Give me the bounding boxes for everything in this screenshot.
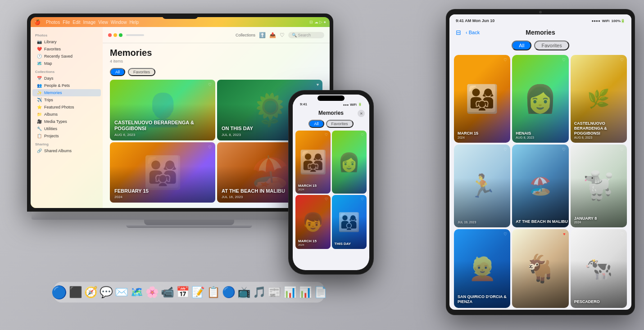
ipad-heart-5[interactable]: ♡ (562, 147, 566, 152)
sidebar-item-media-types[interactable]: 🎥 Media Types (32, 118, 101, 125)
ipad-filter-all[interactable]: All (512, 41, 531, 50)
dock-icon-reminders[interactable]: 📋 (207, 286, 220, 298)
memory-card-3[interactable]: 👨‍👩‍👧 ♡ February 15 2024 (110, 142, 215, 203)
dock-icon-news[interactable]: 📰 (268, 286, 281, 298)
toolbar-right: Collections ⬆️ 📤 ♡ 🔍 Search (236, 32, 324, 38)
heart-icon-1[interactable]: ♡ (208, 82, 212, 87)
ipad-heart-3[interactable]: ♡ (620, 58, 624, 62)
menu-view[interactable]: View (98, 20, 108, 25)
toolbar-icon-2[interactable]: 📤 (269, 32, 276, 38)
ipad-memory-8[interactable]: 🐐 ♥ (512, 229, 568, 308)
iphone-filter-all[interactable]: All (308, 120, 324, 128)
ipad-heart-1[interactable]: ♡ (503, 58, 507, 62)
sidebar-item-utilities[interactable]: 🔧 Utilities (32, 125, 101, 132)
ipad-memory-6[interactable]: 🐩 ♡ January 8 2024 (571, 145, 627, 228)
iphone-memory-1[interactable]: 👨‍👩‍👧 ♡ MARCH 15 2024 (295, 131, 331, 194)
sidebar-item-people-pets[interactable]: 👥 People & Pets (32, 82, 101, 89)
memory-card-1[interactable]: 👤 ♡ CASTELNUOVO BERARDENGA & POGGIBONSI … (110, 80, 215, 140)
dock-icon-stocks[interactable]: 📊 (283, 286, 297, 298)
ipad-filter-favorites[interactable]: Favorites (534, 41, 569, 50)
ipad-heart-9[interactable]: ♡ (620, 232, 624, 236)
dock-icon-finder2[interactable]: 🔵 (222, 286, 236, 298)
sidebar-item-favorites[interactable]: ❤️ Favorites (32, 45, 101, 53)
dock-icon-photos[interactable]: 🌸 (145, 286, 159, 298)
filter-favorites-button[interactable]: Favorites (128, 68, 155, 76)
memories-page-title: Memories (110, 48, 322, 58)
sidebar-item-shared-albums[interactable]: 🔗 Shared Albums (32, 147, 101, 154)
ipad-heart-4[interactable]: ♡ (503, 147, 507, 152)
heart-icon-3[interactable]: ♡ (208, 145, 212, 149)
sidebar-item-map[interactable]: 🗺️ Map (32, 60, 101, 67)
dock-icon-calendar[interactable]: 📅 (176, 286, 190, 298)
ipad-memory-4[interactable]: 🏃 ♡ JUL 19, 2023 (454, 145, 510, 228)
ipad-memory-2[interactable]: 👩 ♡ HENAIS AUG 8, 2023 (512, 55, 568, 143)
sidebar-item-trips[interactable]: ✈️ Trips (32, 96, 101, 104)
iphone-label-3: MARCH 15 2024 (298, 239, 317, 246)
ipad-label-3: CASTELNUOVO BERARDENGA & POGGIBONSI AUG … (574, 121, 627, 139)
toolbar-icon-1[interactable]: ⬆️ (259, 32, 266, 38)
dock-icon-tv[interactable]: 📺 (237, 286, 251, 298)
menu-image[interactable]: Image (83, 20, 96, 25)
ipad-label-5: At the Beach in Malibu (516, 219, 567, 224)
mac-toolbar: Collections ⬆️ 📤 ♡ 🔍 Search (103, 27, 330, 43)
menu-edit[interactable]: Edit (73, 20, 80, 25)
dock-icon-messages[interactable]: 💬 (100, 286, 113, 298)
filter-all-button[interactable]: All (110, 68, 125, 76)
projects-icon: 📋 (37, 134, 42, 138)
minimize-dot[interactable] (113, 33, 117, 37)
collections-label: Collections (236, 33, 255, 37)
iphone-status-right: ●●● WiFi 🔋 (343, 103, 362, 106)
dock-icon-mail[interactable]: ✉️ (115, 286, 128, 298)
dock-icon-music[interactable]: 🎵 (253, 286, 266, 298)
iphone-close-button[interactable]: ✕ (358, 110, 365, 117)
ipad-heart-2[interactable]: ♡ (562, 58, 566, 62)
dock-icon-maps[interactable]: 🗺️ (130, 286, 144, 298)
iphone-memory-3[interactable]: 👦 ♡ MARCH 15 2024 (295, 195, 331, 249)
ipad-memory-9[interactable]: 🐄 ♡ PESCADERO (571, 229, 627, 308)
dock-icon-pages[interactable]: 📄 (314, 286, 327, 298)
ipad-time: 9:41 AM Mon Jun 10 (456, 18, 494, 23)
iphone-heart-2[interactable]: ♡ (361, 133, 364, 137)
toolbar-heart-icon[interactable]: ♡ (280, 32, 285, 38)
dock-icon-finder[interactable]: 🔵 (51, 285, 67, 300)
iphone-heart-4[interactable]: ♡ (361, 197, 364, 201)
heart-icon-2[interactable]: ♥ (317, 82, 319, 87)
ipad-heart-7[interactable]: ♡ (503, 232, 507, 236)
sidebar-item-days[interactable]: 📅 Days (32, 75, 101, 82)
sidebar-item-featured[interactable]: ⭐ Featured Photos (32, 104, 101, 111)
sidebar-item-albums[interactable]: 📁 Albums (32, 111, 101, 118)
grid-date-3: 2024 (114, 195, 149, 199)
iphone-memory-2[interactable]: 👩 ♡ (332, 131, 367, 194)
maximize-dot[interactable] (119, 33, 122, 37)
ipad-sidebar-toggle[interactable]: ⊟ (456, 29, 461, 36)
ipad-memory-7[interactable]: 👱 ♡ San Quirico d'Orcia & Pienza (454, 229, 510, 308)
dock-icon-launchpad[interactable]: ⬛ (69, 286, 82, 298)
dock-icon-facetime[interactable]: 📹 (161, 286, 174, 298)
sidebar-item-library[interactable]: 📷 Library (32, 38, 101, 45)
dock-icon-notes[interactable]: 📝 (191, 286, 205, 298)
ipad-memory-3[interactable]: 🌿 ♡ CASTELNUOVO BERARDENGA & POGGIBONSI … (571, 55, 627, 143)
iphone-filter-favorites[interactable]: Favorites (326, 120, 354, 128)
ipad-back-button[interactable]: ‹ Back (466, 30, 480, 35)
menu-photos[interactable]: Photos (46, 20, 60, 25)
iphone-heart-3[interactable]: ♡ (325, 197, 328, 201)
iphone-title-4: This Day (335, 242, 351, 246)
ipad-heart-6[interactable]: ♡ (620, 147, 624, 152)
dock-icon-numbers[interactable]: 📊 (299, 286, 312, 298)
sidebar-item-projects[interactable]: 📋 Projects (32, 132, 101, 140)
sidebar-item-recently-saved[interactable]: 🕐 Recently Saved (32, 53, 101, 60)
iphone-memory-4[interactable]: 👨‍👩‍👦 ♡ This Day (332, 195, 367, 249)
sidebar-item-memories[interactable]: ✨ Memories (32, 89, 101, 96)
menu-file[interactable]: File (63, 20, 70, 25)
dock-icon-safari[interactable]: 🧭 (84, 286, 98, 298)
ipad: 9:41 AM Mon Jun 10 ●●●● WiFi 100%🔋 ⊟ ‹ B… (446, 9, 635, 315)
toolbar-search[interactable]: 🔍 Search (288, 32, 324, 38)
menu-window[interactable]: Window (111, 20, 127, 25)
ipad-heart-8[interactable]: ♥ (563, 232, 565, 236)
close-dot[interactable] (108, 33, 112, 37)
iphone-heart-1[interactable]: ♡ (325, 133, 328, 137)
ipad-memory-5[interactable]: 🏖️ ♡ At the Beach in Malibu (512, 145, 568, 228)
sidebar-label-utilities: Utilities (44, 127, 57, 131)
ipad-memory-1[interactable]: 👨‍👩‍👧 ♡ March 15 2024 (454, 55, 510, 143)
menu-help[interactable]: Help (129, 20, 139, 25)
